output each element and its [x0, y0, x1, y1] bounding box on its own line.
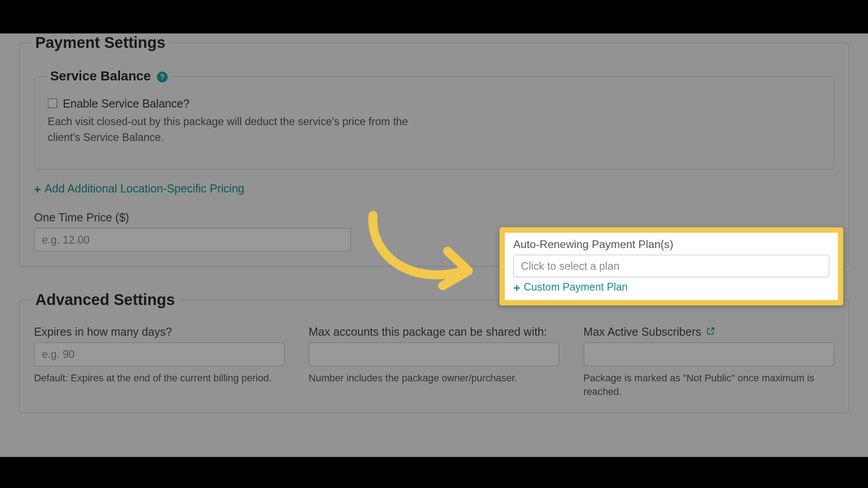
plus-icon: +: [513, 281, 520, 293]
one-time-price-input[interactable]: [34, 228, 350, 252]
expires-label: Expires in how many days?: [34, 326, 285, 339]
plus-icon: +: [34, 183, 41, 195]
one-time-price-field: One Time Price ($): [34, 211, 350, 252]
expires-input[interactable]: [34, 343, 284, 366]
auto-renew-highlight: Auto-Renewing Payment Plan(s) + Custom P…: [500, 227, 843, 305]
max-subscribers-hint: Package is marked as "Not Public" once m…: [584, 371, 835, 399]
advanced-settings-panel: Advanced Settings Expires in how many da…: [19, 291, 849, 413]
expires-field: Expires in how many days? Default: Expir…: [34, 326, 285, 399]
max-accounts-input[interactable]: [309, 343, 559, 366]
max-subscribers-input[interactable]: [584, 343, 834, 366]
expires-hint: Default: Expires at the end of the curre…: [34, 371, 285, 385]
service-balance-hint: Each visit closed-out by this package wi…: [48, 114, 430, 145]
max-accounts-hint: Number includes the package owner/purcha…: [309, 371, 560, 385]
one-time-price-label: One Time Price ($): [34, 211, 350, 225]
settings-form: Payment Settings Service Balance ? Enabl…: [0, 33, 868, 457]
enable-service-balance-label: Enable Service Balance?: [63, 97, 189, 110]
spacer: [374, 211, 494, 252]
payment-settings-title: Payment Settings: [32, 33, 169, 52]
service-balance-group: Service Balance ? Enable Service Balance…: [34, 69, 834, 169]
max-subscribers-field: Max Active Subscribers Package is marked…: [584, 326, 835, 399]
advanced-settings-title: Advanced Settings: [32, 291, 179, 309]
custom-payment-plan-link[interactable]: + Custom Payment Plan: [513, 281, 627, 294]
service-balance-title: Service Balance ?: [48, 69, 170, 84]
add-location-pricing-link[interactable]: + Add Additional Location-Specific Prici…: [34, 183, 244, 196]
enable-service-balance-checkbox[interactable]: [48, 99, 57, 108]
max-accounts-field: Max accounts this package can be shared …: [309, 326, 560, 399]
external-link-icon[interactable]: [707, 327, 715, 335]
help-icon[interactable]: ?: [157, 71, 168, 82]
max-subscribers-label: Max Active Subscribers: [584, 326, 835, 339]
auto-renew-label: Auto-Renewing Payment Plan(s): [513, 238, 830, 251]
max-accounts-label: Max accounts this package can be shared …: [309, 326, 560, 339]
auto-renew-select[interactable]: [513, 255, 830, 277]
